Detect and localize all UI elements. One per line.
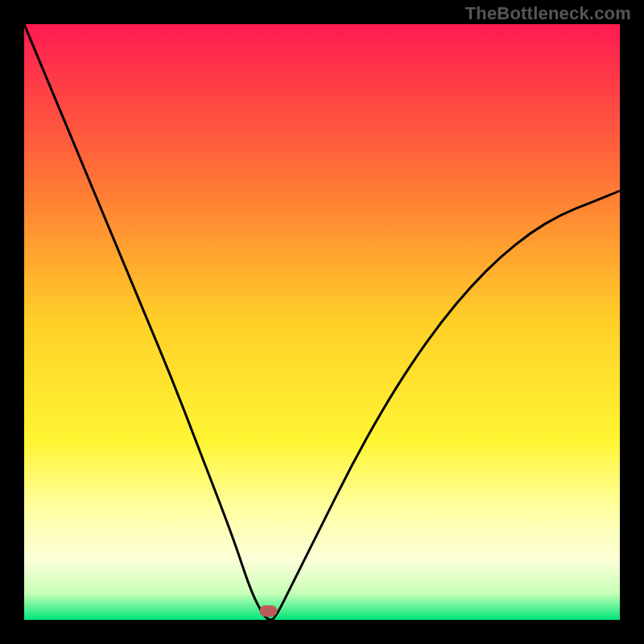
plot-area: [24, 24, 620, 620]
chart-frame: TheBottleneck.com: [0, 0, 644, 644]
chart-svg: [24, 24, 620, 620]
watermark-text: TheBottleneck.com: [465, 3, 631, 24]
optimal-marker: [259, 605, 277, 617]
gradient-background: [24, 24, 620, 620]
